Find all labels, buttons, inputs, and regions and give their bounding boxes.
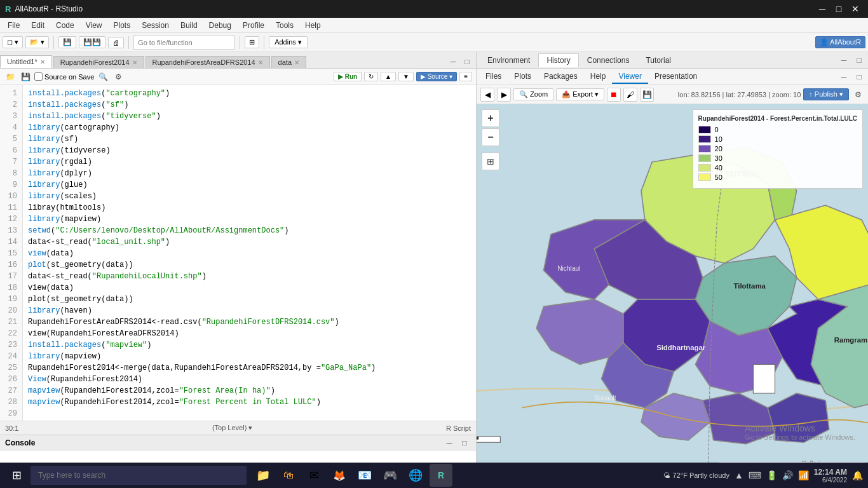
open-file-button[interactable]: 📂 ▾: [25, 36, 49, 48]
tab-data[interactable]: data ✕: [271, 56, 306, 68]
taskbar-app-edge[interactable]: 🌐: [404, 464, 427, 487]
menu-debug[interactable]: Debug: [204, 20, 236, 31]
taskbar-app-store[interactable]: 🛍: [277, 464, 300, 487]
close-tab-data[interactable]: ✕: [294, 59, 299, 66]
refresh-icon[interactable]: 🖌: [623, 88, 637, 102]
nav-forward-icon[interactable]: ▶: [497, 88, 511, 102]
save-all-button[interactable]: 💾💾: [79, 36, 105, 48]
editor-options-button[interactable]: ≡: [459, 72, 472, 81]
tab-tutorial[interactable]: Tutorial: [637, 53, 679, 67]
tab-rupandehi-dfrs[interactable]: RupandehiForestAreaDFRS2014 ✕: [146, 56, 270, 68]
map-coords: lon: 83.82156 | lat: 27.49853 | zoom: 10: [678, 91, 801, 98]
legend-item-0: 0: [698, 126, 857, 133]
keyboard-icon[interactable]: ⌨: [749, 470, 761, 480]
rerun-button[interactable]: ↻: [364, 72, 378, 81]
layout-button[interactable]: ⊞: [245, 36, 259, 48]
subtab-help[interactable]: Help: [584, 70, 613, 84]
menu-plots[interactable]: Plots: [109, 20, 136, 31]
source-on-save-checkbox[interactable]: [34, 72, 43, 81]
notification-icon[interactable]: 🔔: [852, 470, 863, 480]
sound-icon[interactable]: 🔊: [782, 470, 793, 480]
tab-connections[interactable]: Connections: [579, 53, 638, 67]
profile-button[interactable]: 👤 AllAboutR: [815, 36, 865, 48]
menu-build[interactable]: Build: [175, 20, 203, 31]
activate-subtitle: Go to Settings to activate Windows.: [745, 433, 855, 441]
taskbar-clock[interactable]: 12:14 AM 6/4/2022: [814, 468, 847, 484]
clock-time: 12:14 AM: [814, 468, 847, 477]
menu-profile[interactable]: Profile: [238, 20, 269, 31]
layers-button[interactable]: ⊞: [482, 152, 499, 170]
subtab-viewer[interactable]: Viewer: [612, 70, 648, 84]
save-viewer-icon[interactable]: 💾: [640, 88, 654, 102]
close-tab-rupandehi-dfrs[interactable]: ✕: [258, 59, 263, 66]
start-button[interactable]: ⊞: [5, 464, 28, 487]
taskbar-app-explorer[interactable]: 📁: [252, 464, 275, 487]
taskbar-search-input[interactable]: [31, 466, 247, 485]
close-tab-rupandehi-forest[interactable]: ✕: [132, 59, 137, 66]
editor-save-icon[interactable]: 💾: [19, 71, 32, 83]
stop-icon[interactable]: ⏹: [607, 88, 621, 102]
toolbar-separator-1: [53, 36, 54, 49]
menu-tools[interactable]: Tools: [271, 20, 299, 31]
subtab-presentation[interactable]: Presentation: [648, 70, 703, 84]
taskbar-app-game[interactable]: 🎮: [379, 464, 402, 487]
subtab-maximize-icon[interactable]: □: [853, 71, 865, 83]
source-button[interactable]: ▶ Source ▾: [416, 72, 457, 81]
viewer-settings-icon[interactable]: ⚙: [851, 88, 864, 101]
menu-edit[interactable]: Edit: [26, 20, 50, 31]
taskbar-app-outlook[interactable]: 📧: [353, 464, 376, 487]
right-maximize-icon[interactable]: □: [853, 54, 865, 67]
run-button[interactable]: ▶ Run: [334, 72, 362, 81]
network-icon[interactable]: 📶: [798, 470, 809, 480]
taskbar-app-firefox[interactable]: 🦊: [328, 464, 351, 487]
options-icon[interactable]: ⚙: [112, 71, 125, 83]
source-on-save-label[interactable]: Source on Save: [34, 72, 94, 81]
menu-session[interactable]: Session: [137, 20, 174, 31]
subtab-files[interactable]: Files: [479, 70, 508, 84]
down-button[interactable]: ▼: [398, 72, 414, 81]
editor-minimize-icon[interactable]: ─: [447, 55, 459, 68]
taskbar-app-rstudio[interactable]: R: [430, 464, 452, 487]
nav-back-icon[interactable]: ◀: [480, 88, 494, 102]
tab-history[interactable]: History: [538, 53, 578, 67]
zoom-button[interactable]: 🔍 Zoom: [513, 88, 553, 100]
right-minimize-icon[interactable]: ─: [837, 54, 850, 67]
maximize-button[interactable]: □: [831, 1, 846, 17]
menu-help[interactable]: Help: [300, 20, 326, 31]
close-tab-untitled1[interactable]: ✕: [40, 58, 45, 65]
console-minimize-icon[interactable]: ─: [443, 437, 456, 449]
app-icon: R: [5, 4, 11, 14]
new-script-button[interactable]: ◻ ▾: [3, 36, 23, 48]
zoom-in-button[interactable]: +: [482, 109, 499, 127]
addins-button[interactable]: Addins ▾: [269, 36, 308, 48]
export-button[interactable]: 📤 Export ▾: [556, 88, 604, 100]
find-icon[interactable]: 🔍: [97, 71, 109, 83]
svg-text:Nichlaul: Nichlaul: [557, 265, 580, 272]
menu-file[interactable]: File: [3, 20, 25, 31]
tab-environment[interactable]: Environment: [479, 53, 538, 67]
editor-maximize-icon[interactable]: □: [461, 55, 473, 68]
save-button[interactable]: 💾: [58, 36, 76, 48]
battery-icon[interactable]: 🔋: [766, 470, 777, 480]
goto-file-input[interactable]: [133, 36, 235, 50]
legend-color-10: [698, 135, 711, 143]
console-maximize-icon[interactable]: □: [458, 437, 471, 449]
menu-code[interactable]: Code: [51, 20, 79, 31]
menu-view[interactable]: View: [81, 20, 107, 31]
publish-button[interactable]: ↑ Publish ▾: [803, 88, 849, 100]
subtab-minimize-icon[interactable]: ─: [837, 71, 850, 83]
up-button[interactable]: ▲: [381, 72, 396, 81]
print-button[interactable]: 🖨: [108, 37, 124, 48]
subtab-plots[interactable]: Plots: [508, 70, 538, 84]
taskbar-app-mail[interactable]: ✉: [302, 464, 325, 487]
close-button[interactable]: ✕: [848, 1, 863, 17]
zoom-out-button[interactable]: −: [482, 128, 499, 146]
code-editor[interactable]: install.packages("cartography") install.…: [23, 85, 476, 421]
minimize-button[interactable]: ─: [815, 1, 830, 17]
up-arrow-icon[interactable]: ▲: [735, 470, 743, 480]
tab-untitled1[interactable]: Untitled1* ✕: [0, 55, 52, 68]
map-controls: + − ⊞: [482, 109, 499, 170]
subtab-packages[interactable]: Packages: [538, 70, 584, 84]
tab-rupandehi-forest[interactable]: RupandehiForest2014 ✕: [53, 56, 144, 68]
editor-folder-icon[interactable]: 📁: [4, 71, 17, 83]
